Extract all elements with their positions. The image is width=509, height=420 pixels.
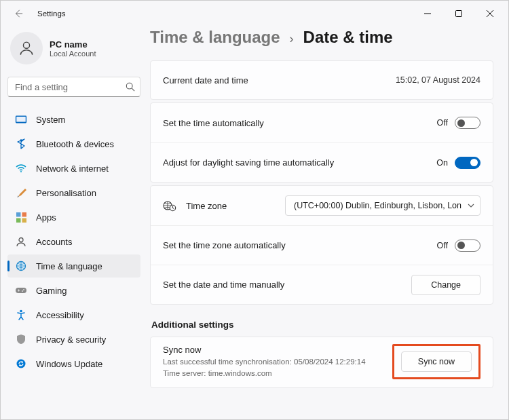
sidebar-item-accessibility[interactable]: Accessibility xyxy=(7,303,140,326)
svg-rect-9 xyxy=(22,218,26,223)
bluetooth-icon xyxy=(13,138,29,150)
person-icon xyxy=(13,235,29,248)
svg-point-1 xyxy=(23,42,29,48)
svg-point-10 xyxy=(19,237,23,242)
sidebar-item-bluetooth[interactable]: Bluetooth & devices xyxy=(7,132,140,155)
chevron-right-icon: › xyxy=(290,32,294,46)
svg-rect-6 xyxy=(16,212,21,217)
sidebar-item-label: Personalisation xyxy=(36,188,96,198)
sidebar-item-system[interactable]: System xyxy=(7,108,140,131)
timezone-label: Time zone xyxy=(186,201,285,211)
svg-rect-8 xyxy=(16,218,21,223)
breadcrumb-parent[interactable]: Time & language xyxy=(150,28,280,47)
sidebar-item-personalisation[interactable]: Personalisation xyxy=(7,181,140,204)
auto-tz-label: Set the time zone automatically xyxy=(163,240,437,250)
account-name: PC name xyxy=(50,39,96,50)
sidebar-item-update[interactable]: Windows Update xyxy=(7,352,140,375)
wifi-icon xyxy=(13,162,29,174)
window-title: Settings xyxy=(37,9,66,18)
auto-time-label: Set the time automatically xyxy=(163,118,437,128)
svg-point-14 xyxy=(22,290,23,292)
svg-rect-0 xyxy=(456,11,462,17)
svg-point-2 xyxy=(126,83,132,89)
account-info[interactable]: PC name Local Account xyxy=(7,32,140,64)
breadcrumb: Time & language › Date & time xyxy=(150,28,493,47)
system-icon xyxy=(13,113,29,126)
sidebar-item-label: Bluetooth & devices xyxy=(36,139,114,149)
svg-point-15 xyxy=(20,310,22,313)
sidebar-item-label: Windows Update xyxy=(36,359,102,369)
auto-tz-toggle[interactable] xyxy=(455,240,480,252)
sidebar-item-apps[interactable]: Apps xyxy=(7,206,140,229)
maximize-button[interactable] xyxy=(443,3,474,24)
apps-icon xyxy=(13,211,29,223)
brush-icon xyxy=(13,187,29,199)
page-title: Date & time xyxy=(303,28,393,47)
auto-tz-state: Off xyxy=(437,241,448,250)
sidebar-item-label: Apps xyxy=(36,212,56,223)
sidebar-item-label: System xyxy=(36,115,65,125)
back-button[interactable] xyxy=(9,4,28,23)
sidebar-item-privacy[interactable]: Privacy & security xyxy=(7,328,140,351)
svg-rect-7 xyxy=(22,212,26,217)
svg-rect-4 xyxy=(16,117,26,122)
sidebar-item-accounts[interactable]: Accounts xyxy=(7,230,140,253)
sync-title: Sync now xyxy=(163,345,392,355)
manual-label: Set the date and time manually xyxy=(163,280,411,290)
sidebar-item-label: Network & internet xyxy=(36,164,109,174)
sync-last: Last successful time synchronisation: 05… xyxy=(163,356,392,367)
dst-toggle[interactable] xyxy=(455,157,480,169)
sidebar-item-label: Accessibility xyxy=(36,310,84,320)
auto-time-toggle[interactable] xyxy=(455,117,480,129)
timezone-dropdown[interactable]: (UTC+00:00) Dublin, Edinburgh, Lisbon, L… xyxy=(285,195,480,216)
sync-server: Time server: time.windows.com xyxy=(163,368,392,379)
accessibility-icon xyxy=(13,309,29,321)
close-button[interactable] xyxy=(474,3,506,24)
current-datetime-row: Current date and time 15:02, 07 August 2… xyxy=(150,60,493,100)
sidebar-item-label: Time & language xyxy=(36,261,102,271)
sidebar-item-label: Gaming xyxy=(36,286,67,296)
change-button[interactable]: Change xyxy=(411,275,480,295)
sidebar-item-label: Privacy & security xyxy=(36,335,106,345)
highlight-box: Sync now xyxy=(392,344,480,379)
dst-label: Adjust for daylight saving time automati… xyxy=(163,157,436,168)
sidebar-item-network[interactable]: Network & internet xyxy=(7,157,140,180)
svg-point-13 xyxy=(23,289,24,290)
sync-now-button[interactable]: Sync now xyxy=(401,351,472,372)
avatar xyxy=(10,32,43,64)
svg-point-5 xyxy=(20,171,22,172)
auto-time-state: Off xyxy=(437,118,448,128)
shield-icon xyxy=(13,333,29,345)
sidebar-item-gaming[interactable]: Gaming xyxy=(7,279,140,302)
timezone-selected: (UTC+00:00) Dublin, Edinburgh, Lisbon, L… xyxy=(294,201,461,210)
sync-row: Sync now Last successful time synchronis… xyxy=(150,337,493,388)
sidebar-item-time-language[interactable]: Time & language xyxy=(7,254,140,278)
dst-state: On xyxy=(436,158,448,168)
gamepad-icon xyxy=(13,284,29,297)
svg-point-16 xyxy=(17,360,26,368)
additional-settings-header: Additional settings xyxy=(151,320,493,330)
update-icon xyxy=(13,358,29,370)
timezone-icon xyxy=(163,199,176,212)
search-icon xyxy=(126,82,135,92)
search-input[interactable] xyxy=(7,77,140,97)
svg-rect-12 xyxy=(16,288,26,293)
chevron-down-icon xyxy=(468,204,474,208)
minimize-button[interactable] xyxy=(412,3,443,24)
sidebar-item-label: Accounts xyxy=(36,237,72,247)
account-type: Local Account xyxy=(50,50,96,58)
current-datetime-label: Current date and time xyxy=(163,75,396,85)
globe-clock-icon xyxy=(13,260,29,272)
current-datetime-value: 15:02, 07 August 2024 xyxy=(396,75,480,85)
